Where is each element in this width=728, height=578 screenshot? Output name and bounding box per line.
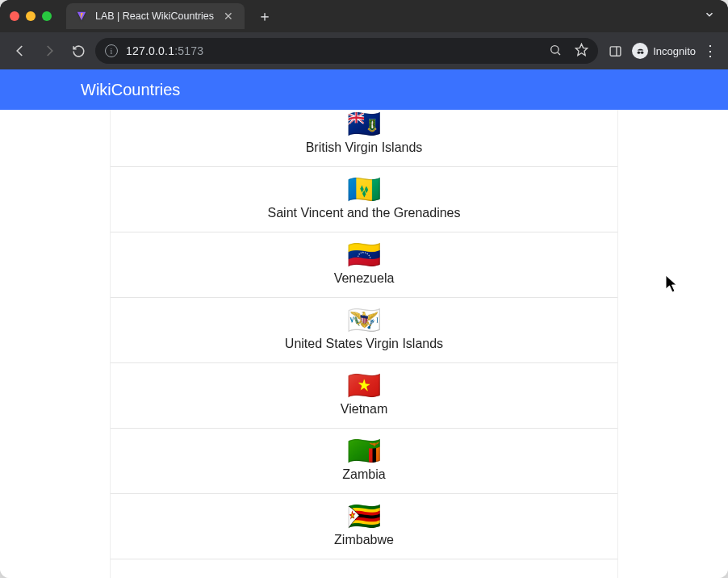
window-minimize-button[interactable] — [26, 11, 36, 21]
flag-icon: 🇻🇳 — [123, 371, 605, 399]
incognito-badge[interactable]: Incognito — [632, 43, 696, 59]
browser-chrome: LAB | React WikiCountries ✕ ＋ i 127.0.0 — [0, 0, 728, 69]
titlebar: LAB | React WikiCountries ✕ ＋ — [0, 0, 728, 32]
flag-icon: 🇻🇨 — [123, 175, 605, 203]
traffic-lights — [10, 11, 52, 21]
browser-tab[interactable]: LAB | React WikiCountries ✕ — [66, 3, 245, 29]
country-item[interactable]: 🇻🇳Vietnam — [111, 363, 617, 429]
country-item[interactable]: 🇿🇲Zambia — [111, 429, 617, 494]
country-name: United States Virgin Islands — [123, 337, 605, 351]
back-button[interactable] — [8, 39, 32, 63]
country-item[interactable]: 🇻🇪Venezuela — [111, 232, 617, 298]
country-name: Venezuela — [123, 271, 605, 286]
svg-line-1 — [558, 52, 560, 55]
country-name: Vietnam — [123, 402, 605, 417]
info-icon[interactable]: i — [105, 44, 118, 57]
reload-button[interactable] — [66, 39, 90, 63]
search-icon[interactable] — [549, 44, 562, 59]
country-list[interactable]: 🇻🇬British Virgin Islands🇻🇨Saint Vincent … — [110, 110, 618, 578]
tab-title: LAB | React WikiCountries — [95, 10, 214, 22]
svg-marker-2 — [576, 44, 588, 55]
menu-button[interactable]: ⋮ — [701, 42, 720, 60]
window-close-button[interactable] — [10, 11, 19, 21]
country-item[interactable]: 🇻🇬British Virgin Islands — [111, 110, 617, 167]
country-item[interactable]: 🇻🇮United States Virgin Islands — [111, 298, 617, 363]
url-text: 127.0.0.1:5173 — [126, 44, 541, 57]
flag-icon: 🇻🇮 — [123, 306, 605, 333]
close-tab-icon[interactable]: ✕ — [222, 10, 235, 23]
incognito-icon — [632, 43, 648, 59]
incognito-label: Incognito — [653, 45, 696, 57]
country-item[interactable]: 🇻🇨Saint Vincent and the Grenadines — [111, 167, 617, 232]
content: 🇻🇬British Virgin Islands🇻🇨Saint Vincent … — [0, 110, 728, 578]
country-name: Zimbabwe — [123, 533, 605, 547]
panel-icon[interactable] — [603, 39, 627, 63]
app-header: WikiCountries — [0, 69, 728, 110]
chevron-down-icon[interactable] — [704, 9, 715, 23]
svg-rect-7 — [640, 52, 641, 52]
browser-window: LAB | React WikiCountries ✕ ＋ i 127.0.0 — [0, 0, 728, 578]
country-name: British Virgin Islands — [123, 140, 605, 155]
forward-button[interactable] — [37, 39, 61, 63]
url-host: 127.0.0.1 — [126, 44, 174, 57]
window-maximize-button[interactable] — [42, 11, 52, 21]
country-name: Zambia — [123, 467, 605, 482]
flag-icon: 🇿🇲 — [123, 437, 605, 464]
country-name: Saint Vincent and the Grenadines — [123, 206, 605, 220]
flag-icon: 🇿🇼 — [123, 502, 605, 530]
country-item[interactable]: 🇿🇼Zimbabwe — [111, 494, 617, 559]
new-tab-button[interactable]: ＋ — [256, 7, 274, 25]
flag-icon: 🇻🇬 — [123, 110, 605, 137]
flag-icon: 🇻🇪 — [123, 241, 605, 268]
page-viewport: WikiCountries 🇻🇬British Virgin Islands🇻🇨… — [0, 69, 728, 578]
app-title: WikiCountries — [81, 81, 180, 99]
address-bar[interactable]: i 127.0.0.1:5173 — [95, 38, 598, 64]
svg-rect-3 — [610, 46, 621, 55]
star-icon[interactable] — [575, 43, 588, 59]
url-port: :5173 — [174, 44, 203, 57]
svg-point-0 — [551, 45, 559, 52]
svg-point-6 — [641, 51, 643, 53]
vite-icon — [76, 10, 87, 22]
svg-point-5 — [637, 51, 639, 53]
toolbar: i 127.0.0.1:5173 — [0, 32, 728, 69]
